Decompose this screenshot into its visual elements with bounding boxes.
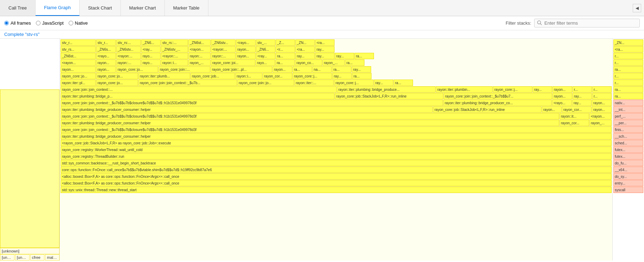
- flame-block[interactable]: rayon...: [236, 53, 256, 59]
- flame-block[interactable]: _Z...: [276, 39, 295, 46]
- flame-block[interactable]: rayon...: [552, 86, 572, 93]
- right-block[interactable]: finis...: [613, 126, 643, 133]
- flame-block[interactable]: rayo...: [256, 60, 275, 66]
- collapse-button[interactable]: ◀: [633, 4, 641, 12]
- right-block[interactable]: r...: [613, 80, 643, 86]
- flame-block[interactable]: rayon_co...: [295, 60, 322, 66]
- right-block[interactable]: do_sy...: [613, 173, 643, 180]
- flame-block[interactable]: rayon_core::jo...: [116, 66, 158, 73]
- tab-marker-chart[interactable]: Marker Chart: [121, 0, 165, 16]
- flame-block[interactable]: _ZN6st...: [188, 39, 211, 46]
- right-block[interactable]: __per...: [613, 120, 643, 126]
- flame-block[interactable]: stv_rs:...: [116, 39, 141, 46]
- flame-block[interactable]: rayon::iter::plumbin...: [436, 86, 493, 93]
- flame-block[interactable]: rayon...: [552, 93, 572, 99]
- right-block[interactable]: r...: [613, 60, 643, 66]
- flame-block[interactable]: rayon::i...: [235, 73, 262, 79]
- flame-block[interactable]: rayon_core::j...: [334, 80, 374, 86]
- flame-block[interactable]: ray...: [315, 53, 334, 59]
- right-block[interactable]: ra...: [613, 66, 643, 73]
- flame-block[interactable]: ray...: [335, 53, 354, 59]
- flame-block[interactable]: rayon...: [236, 46, 256, 52]
- flame-block[interactable]: rayon::iter::plumbing::bridge_producer_c…: [443, 100, 552, 106]
- native-radio[interactable]: [69, 21, 73, 25]
- all-frames-option[interactable]: All frames: [4, 20, 31, 26]
- flame-block[interactable]: <rayo...: [96, 53, 116, 59]
- flame-block[interactable]: std::sys::unix::thread::Thread::new::thr…: [61, 187, 612, 193]
- flame-block[interactable]: rayon_...: [589, 120, 612, 126]
- tab-flame-graph[interactable]: Flame Graph: [36, 0, 80, 16]
- flame-block[interactable]: rayon...: [96, 60, 116, 66]
- flame-block[interactable]: <alloc::boxed::Box<F,A> as core::ops::fu…: [61, 180, 612, 186]
- flame-block[interactable]: <rayo...: [236, 39, 256, 46]
- left-tall-block[interactable]: [0, 89, 60, 248]
- flame-block[interactable]: rayon_core::jo...: [96, 73, 138, 79]
- flame-block[interactable]: _ZN6stv_...: [161, 46, 188, 52]
- flame-block[interactable]: rayon::...: [211, 53, 236, 59]
- right-block[interactable]: __x64...: [613, 167, 643, 173]
- right-block[interactable]: syscall: [613, 187, 643, 193]
- flame-block[interactable]: ray...: [295, 53, 315, 59]
- left-malloc[interactable]: malloc: [45, 254, 60, 261]
- flame-block[interactable]: rayon::iter::...: [294, 80, 334, 86]
- flame-block[interactable]: rayon_core::j...: [293, 73, 332, 79]
- right-block[interactable]: r...: [613, 53, 643, 59]
- right-block[interactable]: perf_...: [613, 113, 643, 119]
- flame-block[interactable]: rayon...: [96, 66, 116, 73]
- flame-block[interactable]: _ZN...: [295, 39, 315, 46]
- flame-block[interactable]: stv_...: [256, 39, 275, 46]
- flame-block[interactable]: _ZN6stv...: [211, 39, 236, 46]
- flame-block[interactable]: r...: [592, 86, 612, 93]
- right-block[interactable]: ra...: [613, 93, 643, 99]
- flame-block[interactable]: rayon_core::join::jo...: [237, 80, 294, 86]
- flame-block[interactable]: <rayon::...: [161, 53, 188, 59]
- flame-block[interactable]: rayon_core::join::join_context::_$u7b$$u…: [61, 100, 443, 106]
- flame-block[interactable]: rayon_core::join::join_context::_$u7b$$u…: [61, 126, 612, 133]
- flame-block[interactable]: rayon_core::join::...: [158, 66, 210, 73]
- flame-block[interactable]: rayon::iter::plumbing::bridge_producer_c…: [61, 133, 612, 139]
- right-block[interactable]: __int...: [613, 106, 643, 113]
- flame-block[interactable]: rayon...: [592, 100, 612, 106]
- all-frames-radio[interactable]: [4, 21, 9, 25]
- right-block[interactable]: futex...: [613, 153, 643, 160]
- flame-block[interactable]: rayon::iter::plumb...: [138, 73, 190, 79]
- flame-block[interactable]: <rayon_core::job::StackJob<L,F,R> as ray…: [61, 140, 612, 146]
- right-block[interactable]: do_fu...: [613, 160, 643, 166]
- right-block[interactable]: __sch...: [613, 133, 643, 139]
- flame-block[interactable]: ray...: [374, 80, 393, 86]
- flame-block[interactable]: rayon::iter::plumbing::bridge_producer_c…: [61, 106, 433, 113]
- flame-block[interactable]: <r...: [276, 46, 295, 52]
- flame-block[interactable]: _ZN6...: [256, 46, 275, 52]
- flame-block[interactable]: rayon_core::jo...: [96, 80, 138, 86]
- flame-block[interactable]: ra...: [293, 66, 312, 73]
- flame-block[interactable]: <ray...: [141, 46, 161, 52]
- right-block[interactable]: _ZN...: [613, 39, 643, 46]
- flame-block[interactable]: rayo...: [141, 60, 161, 66]
- flame-block[interactable]: rayon...: [273, 66, 292, 73]
- left-unkno-2[interactable]: [unkno...: [0, 254, 14, 261]
- javascript-radio[interactable]: [36, 21, 40, 25]
- flame-block[interactable]: std::sys_common::backtrace::__rust_begin…: [61, 160, 612, 166]
- flame-block[interactable]: ray...: [572, 100, 592, 106]
- flame-block[interactable]: stv_rs...: [61, 46, 96, 52]
- flame-block[interactable]: rayon_core::join::..pl...: [211, 66, 272, 73]
- flame-block[interactable]: ra...: [352, 73, 371, 79]
- tab-marker-table[interactable]: Marker Table: [165, 0, 208, 16]
- flame-block[interactable]: rayon_...: [188, 60, 211, 66]
- flame-block[interactable]: rayon::i...: [161, 60, 188, 66]
- flame-block[interactable]: <rayon...: [589, 113, 612, 119]
- flame-block[interactable]: r...: [573, 86, 592, 93]
- javascript-option[interactable]: JavaScript: [36, 20, 64, 26]
- flame-block[interactable]: rayon_core::join::join_context::_$u7b$$u…: [61, 113, 559, 119]
- flame-block[interactable]: _ZN6s...: [96, 46, 116, 52]
- flame-block[interactable]: ra...: [276, 53, 295, 59]
- native-option[interactable]: Native: [69, 20, 88, 26]
- flame-block[interactable]: <rayon:...: [211, 46, 236, 52]
- left-unknown-1[interactable]: [unknown]: [0, 248, 60, 254]
- left-unknown-3[interactable]: [unknown]: [15, 254, 30, 261]
- right-block[interactable]: futex...: [613, 146, 643, 153]
- flame-block[interactable]: rayon_core::registry::WorkerThread::wait…: [61, 146, 612, 153]
- flame-block[interactable]: rayon_cor...: [559, 120, 589, 126]
- flame-block[interactable]: core::ops::function::FnOnce::call_once$u…: [61, 167, 612, 173]
- flame-block[interactable]: rayon_cor...: [562, 106, 592, 113]
